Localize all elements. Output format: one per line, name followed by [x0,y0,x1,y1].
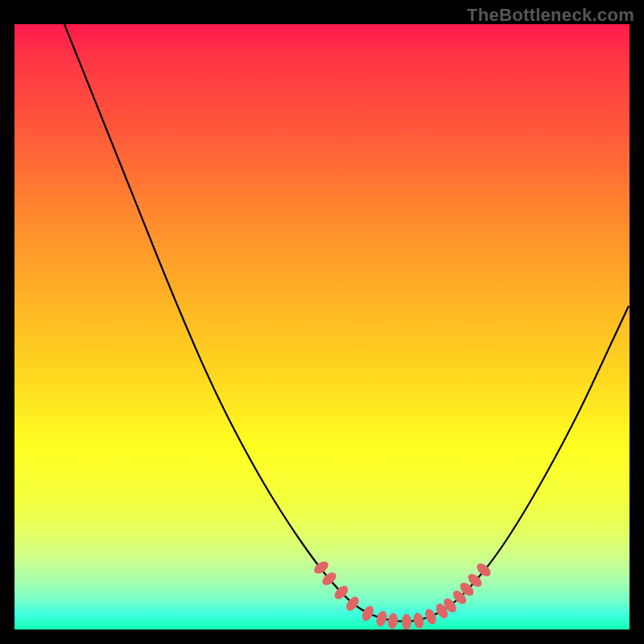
highlight-dot [423,607,439,625]
highlight-dot [374,609,388,628]
highlight-dot [387,613,398,630]
highlight-dot [320,570,338,588]
highlight-dot [402,613,411,630]
chart-frame: TheBottleneck.com [0,0,644,644]
highlight-dots-group [312,559,493,630]
highlight-dot [412,612,425,630]
highlight-dot [360,604,376,622]
chart-svg [14,24,630,630]
watermark-text: TheBottleneck.com [467,5,634,26]
bottleneck-curve-path [64,24,629,621]
